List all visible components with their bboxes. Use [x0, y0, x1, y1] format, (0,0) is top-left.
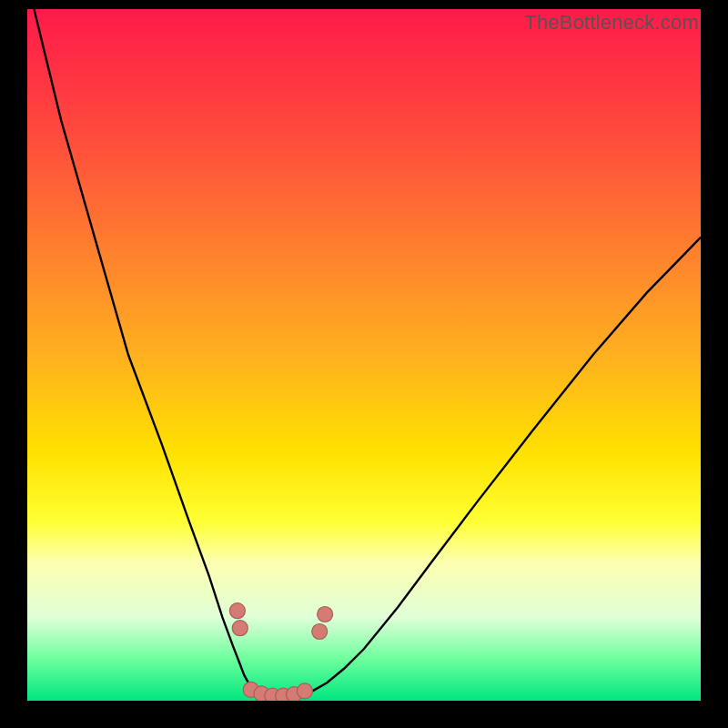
- marker-point: [229, 603, 245, 619]
- marker-point: [232, 621, 248, 636]
- curve-right: [283, 238, 701, 700]
- marker-point: [312, 624, 328, 640]
- watermark-text: TheBottleneck.com: [524, 11, 699, 35]
- curve-left: [34, 9, 283, 700]
- marker-point: [297, 683, 312, 699]
- marker-group: [229, 603, 332, 701]
- marker-point: [318, 607, 333, 622]
- bottleneck-chart: [27, 9, 701, 701]
